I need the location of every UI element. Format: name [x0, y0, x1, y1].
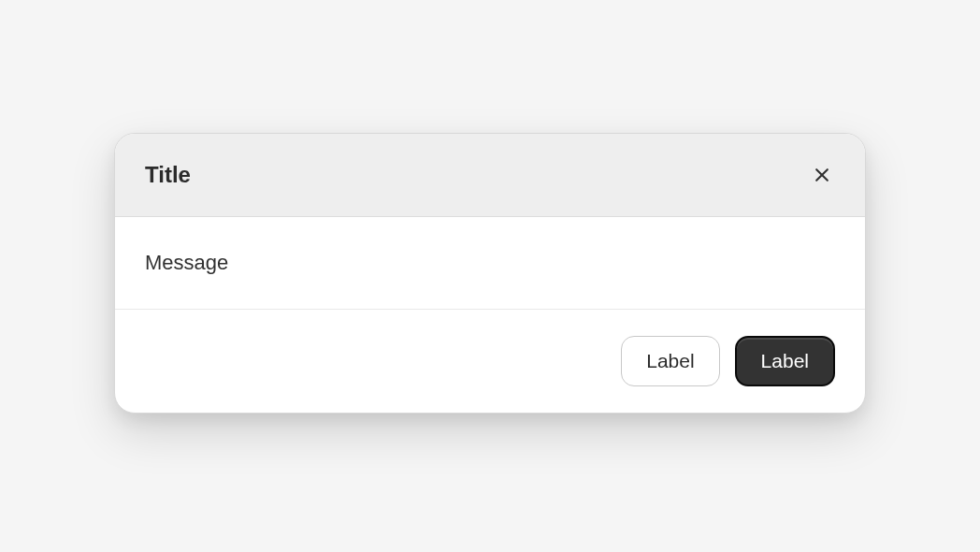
- dialog-header: Title: [115, 134, 865, 217]
- dialog-footer: Label Label: [115, 310, 865, 412]
- close-icon: [813, 166, 831, 184]
- dialog-message: Message: [145, 251, 835, 275]
- close-button[interactable]: [809, 162, 835, 188]
- dialog-body: Message: [115, 217, 865, 310]
- primary-button[interactable]: Label: [735, 336, 835, 385]
- secondary-button[interactable]: Label: [621, 336, 719, 385]
- dialog: Title Message Label Label: [114, 133, 866, 413]
- dialog-title: Title: [145, 162, 191, 188]
